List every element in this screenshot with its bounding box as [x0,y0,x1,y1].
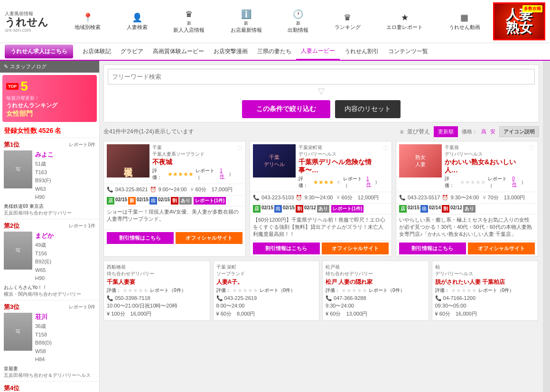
card-1-tag-report[interactable]: レポート(1件) [194,197,226,205]
small-card-3-area: 松戸発 [326,264,426,271]
card-1-fav[interactable]: ♡ [236,144,242,181]
card-3-clock-icon: ⏰ [442,195,448,201]
nav-new[interactable]: ♛ 新 新人入店情報 [169,7,208,36]
nav-area[interactable]: 📍 地域別検索 [71,10,104,33]
nav-ranking[interactable]: ♛ ランキング [331,10,364,33]
content-area: ▽ この条件で絞り込む 内容のリセット 全41件中24件(1-24)表示していま… [100,61,543,392]
ranking-top-num: 5 [20,79,28,94]
card-1-price-icon: ¥ [190,187,193,192]
rank-name-2[interactable]: まどか [35,232,95,240]
rank-shop-2[interactable]: おふくろさんYo！！ [4,284,95,291]
card-1-coupon-btn[interactable]: 割引情報はこちら [107,232,174,244]
avatar-placeholder-3: 写 [4,313,32,351]
nav-movie[interactable]: 高画質体験ムービー [148,44,209,59]
nav-experience[interactable]: お店体験記 [78,44,116,59]
rank-name-3[interactable]: 荘川 [35,313,95,321]
rank-detail-3: 36歳 T158 B88(D) W58 H84 [35,322,95,364]
nav-shop-label: お店最新情報 [231,27,262,34]
card-1-tag-new[interactable]: 新 [128,197,136,205]
small-card-2-title[interactable]: 人妻A子。 [216,278,317,286]
card-3-title[interactable]: かわいい熟女&おいしい人… [445,158,526,174]
nav-video[interactable]: ▦ うれせん動画 [445,10,484,33]
card-1-report-link[interactable]: 1件 [220,168,227,180]
sc2-phone-icon: 📞 [216,295,223,301]
reset-button[interactable]: 内容のリセット [335,100,401,118]
card-2-report-link[interactable]: 1件 [366,176,373,188]
small-card-4-price: ¥ 60分 16,000円 [435,310,535,317]
card-2-tag-out[interactable]: 出 [274,205,282,213]
nav-shop[interactable]: ℹ️ 新 お店最新情報 [227,7,266,36]
card-2-title[interactable]: 千葉県デリヘル危険な情事〜… [298,158,380,174]
card-3-date-shop: 02/15 [408,205,419,213]
card-3-thumb-img: 熟女人妻 [399,144,442,177]
card-1-clock-icon: ⏰ [150,187,157,193]
card-1-official-btn[interactable]: オフィシャルサイト [176,232,242,244]
nav-wife-movie[interactable]: 人妻ムービー [296,43,340,60]
card-1-tag-shop[interactable]: 店 [107,197,114,205]
nav-manga[interactable]: お店突撃漫画 [209,44,252,59]
avatar-placeholder-2: 写 [4,232,32,270]
card-3-tag-out[interactable]: 出 [420,205,428,213]
small-card-3: 松戸発 待ち合わせデリバリー 松戸 人妻の隠れ家 評価： ★★★★★ レポート（… [322,261,429,321]
card-2-thumb[interactable]: 千葉デリヘル [253,144,296,177]
card-2-tag-shop[interactable]: 店 [253,205,261,213]
nav-work-label: 出勤情報 [288,27,308,34]
recruit-button[interactable]: うれせん求人はこちら [5,45,73,58]
card-3-coupon-btn[interactable]: 割引情報はこちら [399,243,466,254]
card-2-fav[interactable]: ♡ [382,144,389,189]
card-3-thumb[interactable]: 熟女人妻 [399,144,442,177]
nav-person[interactable]: 👤 人妻検索 [123,10,151,33]
card-2-tag-ari: あり [317,205,329,213]
card-2-coupon-btn[interactable]: 割引情報はこちら [253,243,320,254]
price-low-link[interactable]: 安 [490,128,495,135]
card-3-official-btn[interactable]: オフィシャルサイト [468,243,535,254]
small-card-4-hours: 09:30〜05:00 [435,302,535,309]
rank-shop-3[interactable]: 皇籠妻 [4,365,95,372]
card-3-hours: 9:30〜24:00 [450,194,479,201]
card-1-title[interactable]: 不夜城 [152,158,233,166]
nav-person-label: 人妻検索 [127,24,148,31]
nav-report[interactable]: ★ エロ妻レポート [382,10,427,33]
price-label: 価格： [462,128,477,135]
sort-area: ≡ 並び替え 更新順 価格： 高 安 アイコン説明 [400,126,539,137]
banner-area[interactable]: 多数在籍 人妻熟女 [493,2,545,40]
sc3-report: レポート（0件） [369,287,405,294]
header: 人妻風俗情報 うれせん ure-sen.com 📍 地域別検索 👤 人妻検索 ♛… [0,0,550,43]
small-card-1-title[interactable]: 千葉人妻宴 [107,278,207,286]
nav-work[interactable]: 🕐 新 出勤情報 [284,7,312,36]
card-2-tag-report[interactable]: レポート(1件) [331,205,364,213]
small-card-4-title[interactable]: 脱がされたい人妻 千葉柏店 [435,278,535,286]
ranking-banner[interactable]: TOP 5 毎週月曜更新！ うれせんランキング 女性部門 [2,75,97,122]
card-2-official-btn[interactable]: オフィシャルサイト [322,243,389,254]
card-1-thumb[interactable]: 不夜城 [107,144,149,177]
card-3-tag-shop[interactable]: 店 [399,205,407,213]
site-logo[interactable]: うれせん [5,17,62,28]
scrollbar[interactable] [543,61,550,392]
nav-wives[interactable]: 三県の妻たち [252,44,296,59]
staff-blog-link[interactable]: ✎ スタッフノログ [0,61,99,73]
sort-new-button[interactable]: 更新順 [434,126,458,137]
rank-shop-1[interactable]: 奥様鉄道69 東京店 [4,203,95,210]
card-1-phone: 043-225-8621 [115,187,148,192]
nav-discount[interactable]: うれせん割引 [340,44,383,59]
small-card-3-title[interactable]: 松戸 人妻の隠れ家 [326,278,426,286]
search-input[interactable] [108,69,535,84]
card-1-tag-coupon[interactable]: 割 [171,197,178,205]
icon-explain-button[interactable]: アイコン説明 [499,126,539,137]
rank-name-1[interactable]: みよこ [35,150,95,159]
card-3-fav[interactable]: ♡ [529,144,535,189]
card-3-phone: 043-223-5517 [408,195,440,200]
card-2-thumb-text: 千葉デリヘル [264,154,285,168]
nav-contents[interactable]: コンテンツ一覧 [383,44,433,59]
filter-button[interactable]: この条件で絞り込む [242,100,330,118]
card-3-report-link[interactable]: 0件 [512,176,519,188]
nav-gravure[interactable]: グラビア [116,44,148,59]
sc1-phone-icon: 📞 [107,295,113,301]
rank-avatar-2: 写 [4,232,32,270]
card-1-tag-ari: あり [179,197,192,205]
card-1-tag-out[interactable]: 出 [149,197,157,205]
price-high-link[interactable]: 高 [481,128,486,135]
sc2-price-icon: ¥ [216,311,219,317]
card-3-tag-coupon[interactable]: 割 [442,205,449,213]
card-2-tag-coupon[interactable]: 割 [296,205,303,213]
